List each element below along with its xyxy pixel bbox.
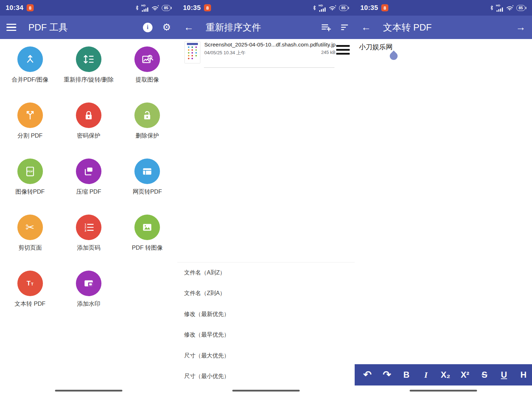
sort-option-size-smallest[interactable]: 尺寸（最小优先） [177, 366, 355, 387]
reorder-content: Screenshot_2025-04-05-10...df.shash.com.… [177, 39, 355, 394]
settings-button[interactable]: ⚙ [162, 23, 171, 32]
text-to-pdf-icon: TT [17, 271, 43, 296]
tool-grid-empty-cell [118, 263, 177, 319]
split-icon [17, 102, 43, 128]
strikethrough-icon: S [482, 370, 487, 379]
tool-text-to-pdf[interactable]: TT 文本转 PDF [1, 263, 59, 319]
sort-option-modified-oldest[interactable]: 修改（最早优先） [177, 325, 355, 346]
svg-text:PDF: PDF [27, 170, 33, 173]
battery-icon: 85 [339, 5, 349, 11]
notification-app-icon: 8 [27, 4, 34, 11]
strikethrough-button[interactable]: S [477, 371, 492, 379]
back-button[interactable]: ← [361, 22, 371, 32]
tool-reorder-rotate-delete[interactable]: 重新排序/旋转/删除 [59, 39, 118, 95]
sort-button[interactable] [341, 24, 348, 31]
signal-icon: HD [319, 4, 326, 12]
app-bar-tools: PDF 工具 i ⚙ [0, 16, 177, 39]
tools-grid: 合并PDF/图像 重新排序/旋转/删除 提取图像 [0, 39, 177, 319]
app-bar-text-to-pdf: ← 文本转 PDF → [355, 16, 532, 39]
superscript-icon: X² [461, 370, 469, 379]
back-button[interactable]: ← [184, 22, 194, 32]
tool-label: 删除保护 [135, 132, 159, 140]
tool-web-to-pdf[interactable]: 网页转PDF [118, 151, 177, 207]
status-time: 10:34 [6, 4, 23, 12]
notification-app-icon: 8 [204, 4, 211, 11]
home-indicator[interactable] [232, 390, 300, 392]
underline-button[interactable]: U [496, 371, 512, 379]
editor-text-input[interactable]: 小刀娱乐网 [359, 43, 393, 52]
bluetooth-icon [490, 5, 494, 11]
bold-button[interactable]: B [399, 371, 414, 379]
add-files-button[interactable] [321, 23, 331, 32]
battery-icon: 85 [516, 5, 526, 11]
tool-pdf-to-image[interactable]: PDF 转图像 [118, 207, 177, 263]
tool-extract-images[interactable]: 提取图像 [118, 39, 177, 95]
extract-image-icon [134, 46, 160, 72]
battery-icon: 85 [162, 5, 172, 11]
sort-option-name-az[interactable]: 文件名（A到Z） [177, 262, 355, 283]
gear-icon: ⚙ [162, 23, 171, 32]
tool-remove-protection[interactable]: 删除保护 [118, 95, 177, 151]
tool-label: 分割 PDF [17, 132, 43, 140]
image-to-pdf-icon: PDF [17, 159, 43, 184]
sort-option-size-largest[interactable]: 尺寸（最大优先） [177, 345, 355, 366]
format-toolbar: ↶ ↷ B I X₂ X² S U H [355, 364, 532, 385]
info-button[interactable]: i [143, 23, 153, 32]
tool-label: 密码保护 [77, 132, 100, 140]
menu-button[interactable] [6, 24, 16, 31]
page-title: PDF 工具 [28, 21, 68, 34]
italic-icon: I [424, 370, 427, 379]
tool-cut-pages[interactable]: ✂ 剪切页面 [1, 207, 59, 263]
subscript-button[interactable]: X₂ [438, 371, 453, 379]
superscript-button[interactable]: X² [457, 371, 473, 379]
divider [204, 67, 334, 68]
redo-button[interactable]: ↷ [379, 370, 395, 380]
tools-content: 合并PDF/图像 重新排序/旋转/删除 提取图像 [0, 39, 177, 394]
tool-label: 添加水印 [77, 300, 100, 308]
status-time: 10:35 [183, 4, 201, 12]
tool-image-to-pdf[interactable]: PDF 图像转PDF [1, 151, 59, 207]
tool-label: 添加页码 [77, 244, 100, 252]
undo-button[interactable]: ↶ [360, 370, 375, 380]
sort-option-name-za[interactable]: 文件名（Z到A） [177, 283, 355, 304]
heading-button[interactable]: H [516, 371, 531, 379]
tool-compress-pdf[interactable]: 压缩 PDF [59, 151, 118, 207]
redo-icon: ↷ [383, 369, 391, 380]
tool-add-watermark[interactable]: 添加水印 [59, 263, 118, 319]
svg-text:+: + [512, 5, 514, 7]
next-button[interactable]: → [516, 22, 526, 32]
wifi-icon: + [328, 5, 336, 11]
tool-label: 剪切页面 [18, 244, 42, 252]
tool-merge-pdf[interactable]: 合并PDF/图像 [1, 39, 59, 95]
file-thumbnail [184, 41, 200, 63]
drag-handle-icon[interactable] [336, 45, 350, 55]
italic-button[interactable]: I [418, 371, 434, 379]
page-title: 文本转 PDF [383, 21, 432, 34]
sort-icon [341, 24, 348, 31]
home-indicator[interactable] [410, 390, 477, 392]
tool-add-page-numbers[interactable]: 123 添加页码 [59, 207, 118, 263]
undo-icon: ↶ [363, 369, 371, 380]
signal-icon: HD [142, 4, 148, 12]
pdf-to-image-icon [134, 215, 160, 240]
app-root: 10:34 8 HD + 85 PDF 工具 i ⚙ [0, 0, 532, 394]
wifi-icon: + [151, 5, 159, 11]
underline-icon: U [501, 370, 507, 379]
svg-text:+: + [335, 5, 337, 7]
sort-option-modified-newest[interactable]: 修改（最新优先） [177, 304, 355, 325]
home-indicator[interactable] [55, 390, 122, 392]
screen-text-to-pdf: 10:35 8 HD + 85 ← 文本转 PDF → 小刀娱乐网 ↶ ↷ B [355, 0, 532, 394]
file-size: 245 kB [321, 50, 336, 56]
tool-label: 图像转PDF [15, 188, 45, 196]
bluetooth-icon [135, 5, 139, 11]
file-list-item[interactable]: Screenshot_2025-04-05-10...df.shash.com.… [184, 41, 350, 63]
hamburger-icon [6, 24, 16, 31]
svg-text:+: + [158, 5, 159, 7]
web-to-pdf-icon [134, 159, 160, 184]
tool-password-protect[interactable]: 密码保护 [59, 95, 118, 151]
text-cursor-handle[interactable] [388, 50, 399, 61]
screen-pdf-tools: 10:34 8 HD + 85 PDF 工具 i ⚙ [0, 0, 177, 394]
lock-icon [76, 102, 101, 128]
tool-split-pdf[interactable]: 分割 PDF [1, 95, 59, 151]
back-arrow-icon: ← [361, 22, 371, 32]
